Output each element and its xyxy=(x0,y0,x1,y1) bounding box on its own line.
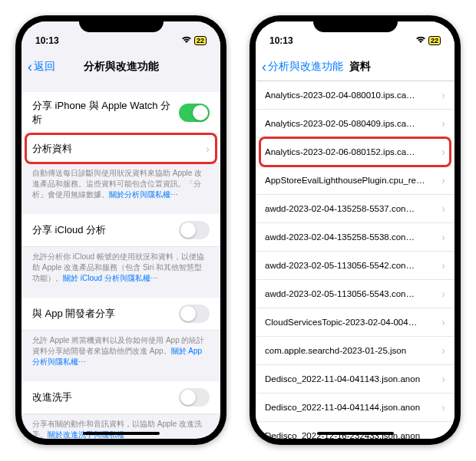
screen-left: 10:13 22 ‹ 返回 分析與改進功能 分享 iPhone 與 Apple … xyxy=(21,21,220,439)
file-row[interactable]: CloudServicesTopic-2023-02-04-004…› xyxy=(256,308,455,337)
toggle-switch[interactable] xyxy=(179,305,210,323)
back-label: 返回 xyxy=(34,60,55,74)
file-row[interactable]: AppStoreEvalLighthousePlugin.cpu_re…› xyxy=(256,166,455,195)
chevron-right-icon: › xyxy=(441,231,445,243)
section-footer: 允許分析你 iCloud 帳號的使用狀況和資料，以便協助 Apple 改進產品和… xyxy=(21,247,220,284)
status-time: 10:13 xyxy=(35,35,59,46)
cell-label: 分享 iPhone 與 Apple Watch 分析 xyxy=(32,99,179,127)
file-row[interactable]: Analytics-2023-02-04-080010.ips.ca…› xyxy=(256,81,455,110)
wifi-icon xyxy=(415,35,426,46)
chevron-right-icon: › xyxy=(441,203,445,215)
cell-label: 分享 iCloud 分析 xyxy=(32,223,106,237)
battery-icon: 22 xyxy=(428,36,441,45)
screen-right: 10:13 22 ‹ 分析與改進功能 資料 Analytics-2023-02-… xyxy=(256,21,455,439)
toggle-switch[interactable] xyxy=(179,388,210,407)
page-title: 資料 xyxy=(349,60,371,74)
file-row[interactable]: awdd-2023-02-05-113056-5543.con…› xyxy=(256,280,455,308)
settings-content[interactable]: 分享 iPhone 與 Apple Watch 分析分析資料›自動傳送每日診斷與… xyxy=(21,81,220,439)
chevron-right-icon: › xyxy=(441,401,445,413)
chevron-right-icon: › xyxy=(441,288,445,300)
cell-label: 分析資料 xyxy=(32,142,72,156)
back-button[interactable]: ‹ 分析與改進功能 xyxy=(262,60,343,74)
wifi-icon xyxy=(181,35,192,46)
file-row[interactable]: Dedisco_2022-12-16-232433.json.anon› xyxy=(256,422,455,439)
file-name: awdd-2023-02-04-135258-5537.con… xyxy=(265,204,441,213)
file-row[interactable]: com.apple.searchd-2023-01-25.json› xyxy=(256,337,455,365)
file-name: AppStoreEvalLighthousePlugin.cpu_re… xyxy=(265,176,441,185)
section-footer: 允許 Apple 將當機資料以及你如何使用 App 的統計資料分享給開發者來協助… xyxy=(21,331,220,367)
chevron-right-icon: › xyxy=(441,373,445,385)
file-name: awdd-2023-02-05-113056-5542.con… xyxy=(265,261,441,270)
file-name: Dedisco_2022-11-04-041143.json.anon xyxy=(265,374,441,384)
chevron-right-icon: › xyxy=(206,143,210,155)
chevron-left-icon: ‹ xyxy=(28,60,32,74)
chevron-right-icon: › xyxy=(441,174,445,186)
file-row[interactable]: awdd-2023-02-05-113056-5542.con…› xyxy=(256,252,455,280)
phone-right: 10:13 22 ‹ 分析與改進功能 資料 Analytics-2023-02-… xyxy=(250,15,461,445)
status-right: 22 xyxy=(415,35,441,46)
chevron-right-icon: › xyxy=(441,89,445,101)
file-name: Dedisco_2022-11-04-041144.json.anon xyxy=(265,403,441,412)
toggle-cell[interactable]: 與 App 開發者分享 xyxy=(21,298,220,331)
file-name: CloudServicesTopic-2023-02-04-004… xyxy=(265,318,441,327)
phone-left: 10:13 22 ‹ 返回 分析與改進功能 分享 iPhone 與 Apple … xyxy=(15,15,226,445)
file-row[interactable]: Dedisco_2022-11-04-041143.json.anon› xyxy=(256,365,455,393)
nav-bar: ‹ 返回 分析與改進功能 xyxy=(21,52,220,81)
settings-group: 分享 iPhone 與 Apple Watch 分析分析資料›自動傳送每日診斷與… xyxy=(21,92,220,200)
file-name: com.apple.searchd-2023-01-25.json xyxy=(265,346,441,355)
file-name: Analytics-2023-02-05-080409.ips.ca… xyxy=(265,119,441,128)
notch xyxy=(79,15,164,32)
battery-icon: 22 xyxy=(194,36,207,45)
file-name: Analytics-2023-02-04-080010.ips.ca… xyxy=(265,91,441,100)
chevron-right-icon: › xyxy=(441,146,445,158)
file-row[interactable]: awdd-2023-02-04-135258-5538.con…› xyxy=(256,223,455,252)
section-footer: 自動傳送每日診斷與使用狀況資料來協助 Apple 改進產品和服務。這些資料可能包… xyxy=(21,163,220,200)
toggle-cell[interactable]: 分享 iCloud 分析 xyxy=(21,214,220,247)
settings-group: 改進洗手分享有關的動作和音訊資料，以協助 Apple 改進洗手。關於改進洗手與隱… xyxy=(21,381,220,439)
file-row[interactable]: Analytics-2023-02-05-080409.ips.ca…› xyxy=(256,110,455,138)
file-row[interactable]: Dedisco_2022-11-04-041144.json.anon› xyxy=(256,393,455,422)
chevron-right-icon: › xyxy=(441,117,445,130)
file-list[interactable]: Analytics-2023-02-04-080010.ips.ca…›Anal… xyxy=(256,81,455,439)
cell-label: 與 App 開發者分享 xyxy=(32,307,115,321)
chevron-right-icon: › xyxy=(441,344,445,357)
toggle-cell[interactable]: 改進洗手 xyxy=(21,381,220,414)
file-name: awdd-2023-02-05-113056-5543.con… xyxy=(265,289,441,298)
toggle-switch[interactable] xyxy=(179,104,210,122)
chevron-right-icon: › xyxy=(441,259,445,272)
nav-cell[interactable]: 分析資料› xyxy=(21,134,220,163)
back-label: 分析與改進功能 xyxy=(268,60,343,74)
chevron-right-icon: › xyxy=(441,316,445,328)
nav-bar: ‹ 分析與改進功能 資料 xyxy=(256,52,455,81)
file-row[interactable]: awdd-2023-02-04-135258-5537.con…› xyxy=(256,195,455,223)
toggle-switch[interactable] xyxy=(179,221,210,239)
chevron-left-icon: ‹ xyxy=(262,60,266,74)
toggle-cell[interactable]: 分享 iPhone 與 Apple Watch 分析 xyxy=(21,92,220,134)
notch xyxy=(313,15,398,32)
chevron-right-icon: › xyxy=(441,430,445,439)
footer-link[interactable]: 關於 iCloud 分析與隱私權⋯ xyxy=(63,274,158,282)
status-right: 22 xyxy=(181,35,207,46)
home-indicator[interactable] xyxy=(317,432,394,435)
status-time: 10:13 xyxy=(269,35,293,46)
file-row[interactable]: Analytics-2023-02-06-080152.ips.ca…› xyxy=(256,138,455,166)
settings-group: 與 App 開發者分享允許 Apple 將當機資料以及你如何使用 App 的統計… xyxy=(21,298,220,367)
section-footer: 分享有關的動作和音訊資料，以協助 Apple 改進洗手。關於改進洗手與隱私權⋯ xyxy=(21,414,220,439)
file-name: Analytics-2023-02-06-080152.ips.ca… xyxy=(265,147,441,156)
cell-label: 改進洗手 xyxy=(32,390,72,404)
file-name: awdd-2023-02-04-135258-5538.con… xyxy=(265,232,441,242)
back-button[interactable]: ‹ 返回 xyxy=(28,60,55,74)
footer-link[interactable]: 關於分析與隱私權⋯ xyxy=(109,190,178,199)
home-indicator[interactable] xyxy=(83,432,160,435)
settings-group: 分享 iCloud 分析允許分析你 iCloud 帳號的使用狀況和資料，以便協助… xyxy=(21,214,220,284)
